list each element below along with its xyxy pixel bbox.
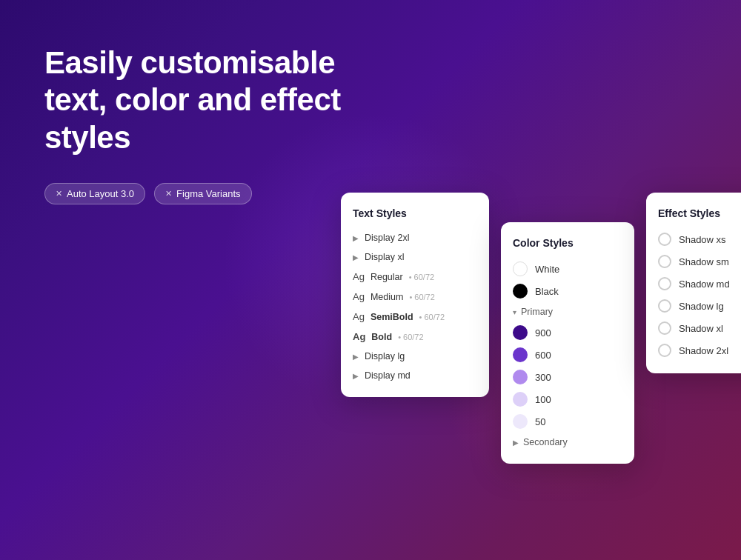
cs-white-label: White: [535, 264, 559, 275]
shadow-2xl-icon: [658, 344, 671, 357]
ts-regular[interactable]: Ag Regular • 60/72: [341, 267, 489, 287]
tag-x-icon: ✕: [56, 189, 62, 199]
cs-100[interactable]: 100: [501, 388, 634, 410]
shadow-sm-icon: [658, 255, 671, 268]
es-shadow-md-label: Shadow md: [679, 279, 730, 290]
ts-bold-label: Bold: [371, 332, 392, 342]
es-shadow-md[interactable]: Shadow md: [646, 273, 741, 295]
es-shadow-xs[interactable]: Shadow xs: [646, 228, 741, 250]
swatch-100: [513, 392, 528, 407]
ag-icon-4: Ag: [353, 331, 365, 342]
ts-bold-meta: • 60/72: [398, 333, 423, 341]
shadow-xl-icon: [658, 321, 671, 335]
swatch-50: [513, 414, 528, 429]
es-shadow-xl[interactable]: Shadow xl: [646, 317, 741, 339]
cs-black[interactable]: Black: [501, 280, 634, 302]
text-styles-card: Text Styles ▶ Display 2xl ▶ Display xl A…: [341, 193, 489, 397]
ts-medium-meta: • 60/72: [409, 293, 434, 301]
es-shadow-xl-label: Shadow xl: [679, 323, 723, 334]
cs-white[interactable]: White: [501, 258, 634, 280]
ts-medium[interactable]: Ag Medium • 60/72: [341, 287, 489, 307]
ts-semibold[interactable]: Ag SemiBold • 60/72: [341, 307, 489, 327]
effect-styles-card: Effect Styles Shadow xs Shadow sm Shadow…: [646, 193, 741, 373]
ts-medium-label: Medium: [370, 292, 403, 302]
cs-primary-label: Primary: [521, 307, 553, 317]
effect-styles-title: Effect Styles: [646, 207, 741, 228]
ag-icon: Ag: [353, 271, 365, 282]
chevron-icon-primary: ▾: [513, 308, 516, 316]
chevron-icon-2: ▶: [353, 253, 359, 261]
shadow-md-icon: [658, 277, 671, 290]
color-styles-card: Color Styles White Black ▾ Primary 900 6…: [501, 222, 634, 464]
shadow-lg-icon: [658, 299, 671, 313]
ts-display-xl-label: Display xl: [365, 252, 405, 262]
ts-display-2xl[interactable]: ▶ Display 2xl: [341, 228, 489, 247]
chevron-icon: ▶: [353, 234, 359, 242]
ts-semibold-label: SemiBold: [370, 312, 413, 322]
cs-secondary-label: Secondary: [523, 437, 568, 447]
hero-title: Easily customisable text, color and effe…: [44, 44, 341, 156]
cs-secondary-section[interactable]: ▶ Secondary: [501, 433, 634, 452]
ts-display-2xl-label: Display 2xl: [365, 233, 409, 243]
swatch-600: [513, 347, 528, 362]
tag-figma-variants[interactable]: ✕ Figma Variants: [154, 183, 251, 204]
text-styles-title: Text Styles: [341, 207, 489, 228]
ts-bold[interactable]: Ag Bold • 60/72: [341, 327, 489, 347]
ts-display-xl[interactable]: ▶ Display xl: [341, 247, 489, 267]
tag-figma-variants-label: Figma Variants: [176, 188, 240, 199]
es-shadow-sm[interactable]: Shadow sm: [646, 250, 741, 273]
ts-semibold-meta: • 60/72: [419, 313, 445, 321]
ts-display-md-label: Display md: [365, 370, 411, 381]
cards-container: Text Styles ▶ Display 2xl ▶ Display xl A…: [341, 193, 741, 464]
ts-display-lg-label: Display lg: [365, 351, 405, 361]
cs-50[interactable]: 50: [501, 410, 634, 433]
ts-regular-label: Regular: [370, 272, 403, 282]
page-container: Easily customisable text, color and effe…: [0, 0, 741, 560]
cs-300-label: 300: [535, 372, 551, 383]
color-styles-title: Color Styles: [501, 237, 634, 258]
cs-600-label: 600: [535, 350, 551, 361]
shadow-xs-icon: [658, 233, 671, 246]
ts-display-lg[interactable]: ▶ Display lg: [341, 347, 489, 366]
cs-100-label: 100: [535, 394, 551, 405]
tag-x-icon-2: ✕: [165, 189, 172, 199]
es-shadow-sm-label: Shadow sm: [679, 256, 729, 267]
es-shadow-2xl-label: Shadow 2xl: [679, 345, 728, 356]
ag-icon-3: Ag: [353, 311, 365, 322]
swatch-300: [513, 370, 528, 384]
cs-black-label: Black: [535, 286, 559, 297]
es-shadow-xs-label: Shadow xs: [679, 234, 726, 245]
tag-auto-layout[interactable]: ✕ Auto Layout 3.0: [44, 183, 145, 204]
chevron-icon-secondary: ▶: [513, 439, 519, 447]
chevron-icon-3: ▶: [353, 353, 359, 361]
cs-900-label: 900: [535, 327, 551, 339]
ts-display-md[interactable]: ▶ Display md: [341, 366, 489, 385]
cs-50-label: 50: [535, 416, 545, 427]
swatch-white: [513, 261, 528, 276]
ag-icon-2: Ag: [353, 291, 365, 302]
swatch-black: [513, 284, 528, 299]
cs-600[interactable]: 600: [501, 344, 634, 366]
chevron-icon-4: ▶: [353, 372, 359, 380]
es-shadow-2xl[interactable]: Shadow 2xl: [646, 339, 741, 361]
ts-regular-meta: • 60/72: [409, 273, 434, 281]
cs-primary-section[interactable]: ▾ Primary: [501, 302, 634, 321]
cs-300[interactable]: 300: [501, 366, 634, 388]
swatch-900: [513, 325, 528, 340]
cs-900[interactable]: 900: [501, 321, 634, 344]
tag-auto-layout-label: Auto Layout 3.0: [67, 188, 134, 199]
es-shadow-lg-label: Shadow lg: [679, 301, 724, 312]
es-shadow-lg[interactable]: Shadow lg: [646, 295, 741, 317]
